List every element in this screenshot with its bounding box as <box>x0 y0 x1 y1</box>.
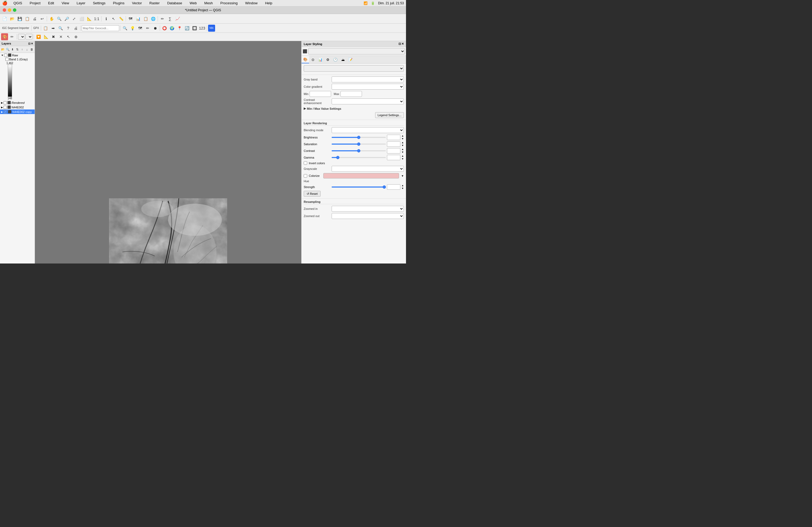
sort-btn[interactable]: ⇅ <box>15 47 19 52</box>
minmax-collapsible[interactable]: ▶ Min / Max Value Settings <box>304 106 404 111</box>
menu-edit[interactable]: Edit <box>46 1 56 6</box>
close-layers-icon[interactable]: ✕ <box>31 42 33 45</box>
menu-project[interactable]: Project <box>28 1 42 6</box>
layer-n44e002-copy[interactable]: ▶ ✓ ⬛ N44E002 copy <box>0 109 35 114</box>
gray-band-select[interactable]: Band 1 <box>332 76 404 82</box>
menu-raster[interactable]: Raster <box>148 1 161 6</box>
rendered-checkbox[interactable] <box>3 101 7 104</box>
contrast-stepper[interactable]: ▲▼ <box>402 148 404 153</box>
layer-selector[interactable]: N44E002 copy <box>308 48 405 55</box>
zoomed-in-select[interactable]: Nearest Neighbour <box>332 206 404 212</box>
legend-settings-btn[interactable]: Legend Settings... <box>375 112 404 118</box>
strength-stepper[interactable]: ▲▼ <box>402 184 404 190</box>
point-tool-btn[interactable]: ⭕ <box>161 25 168 32</box>
saturation-slider[interactable] <box>332 144 386 145</box>
contrast-select[interactable]: Stretch to MinMax <box>332 99 404 104</box>
layer-n44e002[interactable]: ▶ ⬛ N44E002 <box>0 105 35 109</box>
rotate-btn[interactable]: 🔄 <box>184 25 191 32</box>
strength-input[interactable]: 100% <box>387 184 400 190</box>
new-project-btn[interactable]: 📄 <box>1 15 8 22</box>
font-size-select[interactable]: 12 <box>18 34 25 40</box>
grayscale-select[interactable]: Off <box>332 166 404 172</box>
add-raster-btn[interactable]: 🗺 <box>127 15 134 22</box>
measure-btn[interactable]: 📏 <box>118 15 125 22</box>
n44e002copy-checkbox[interactable]: ✓ <box>4 110 7 114</box>
menu-layer[interactable]: Layer <box>75 1 87 6</box>
down-layer-btn[interactable]: ↓ <box>25 47 29 52</box>
globe-btn[interactable]: 🌍 <box>169 25 176 32</box>
locate-btn[interactable]: 🔍 <box>57 25 64 32</box>
n44e002-checkbox[interactable] <box>3 106 7 109</box>
hue-preview[interactable] <box>323 173 399 178</box>
menu-settings[interactable]: Settings <box>91 1 107 6</box>
up-layer-btn[interactable]: ↑ <box>20 47 25 52</box>
attr-table-btn[interactable]: 📋 <box>42 25 49 32</box>
menu-window[interactable]: Window <box>244 1 259 6</box>
font-unit-select[interactable]: px <box>26 34 32 40</box>
styling-close-icon[interactable]: ✕ <box>402 42 404 46</box>
pan-btn[interactable]: ✋ <box>48 15 55 22</box>
hue-dropdown-icon[interactable]: ▼ <box>401 175 404 177</box>
node2-btn[interactable]: ⊕ <box>73 33 79 40</box>
nn-btn[interactable]: NN <box>208 25 215 32</box>
saturation-input[interactable]: 0 <box>387 141 400 147</box>
gamma-stepper[interactable]: ▲▼ <box>402 154 404 160</box>
invert-colors-checkbox[interactable] <box>304 161 307 165</box>
reset-button[interactable]: ↺ Reset <box>304 191 321 197</box>
menu-plugins[interactable]: Plugins <box>112 1 126 6</box>
zoom-in-btn[interactable]: 🔍 <box>56 15 62 22</box>
contrast-slider[interactable] <box>332 150 386 151</box>
undo-btn[interactable]: ↩ <box>39 15 46 22</box>
print-layout2-btn[interactable]: 🖨 <box>72 25 79 32</box>
contrast-input[interactable]: 0 <box>387 148 400 153</box>
menu-web[interactable]: Web <box>188 1 199 6</box>
igc-btn[interactable]: IGC Segment Importer <box>1 25 30 32</box>
raw-checkbox[interactable] <box>4 54 7 57</box>
digitize2-btn[interactable]: ✏ <box>9 33 16 40</box>
menu-help[interactable]: Help <box>263 1 274 6</box>
digitize-btn[interactable]: ✏ <box>159 15 166 22</box>
strength-slider[interactable] <box>332 186 386 187</box>
brightness-slider[interactable] <box>332 137 386 138</box>
save-as-btn[interactable]: 📋 <box>24 15 31 22</box>
band1-checkbox[interactable] <box>5 58 9 61</box>
layer-style-btn[interactable]: 🎨 <box>1 33 8 40</box>
add-csv-btn[interactable]: 📋 <box>142 15 149 22</box>
num-label-btn[interactable]: 123 <box>199 25 206 32</box>
gamma-input[interactable]: 1.00 <box>387 155 400 160</box>
colorize-checkbox[interactable] <box>304 174 307 178</box>
qgis-search-btn[interactable]: 🔍 <box>122 25 129 32</box>
collapse-icon[interactable]: ⊡ <box>28 42 30 45</box>
zoomed-out-select[interactable]: Nearest Neighbour <box>332 213 404 219</box>
zoom-full-btn[interactable]: ⤢ <box>71 15 77 22</box>
add-vector-btn[interactable]: 📊 <box>134 15 142 22</box>
tab-elevation[interactable]: ⛰ <box>339 56 347 63</box>
stats-btn[interactable]: 📈 <box>174 15 181 22</box>
apple-menu[interactable]: 🍎 <box>2 1 8 6</box>
node-btn[interactable]: 🔲 <box>191 25 198 32</box>
help-btn[interactable]: ? <box>65 25 72 32</box>
arrow-btn[interactable]: ➡ <box>50 25 57 32</box>
brightness-stepper-up[interactable]: ▲▼ <box>402 134 404 140</box>
blending-select[interactable]: Normal <box>332 127 404 133</box>
record-btn[interactable]: ⏺ <box>152 25 159 32</box>
filter2-btn[interactable]: ⬇ <box>10 47 15 52</box>
save-project-btn[interactable]: 💾 <box>16 15 23 22</box>
zoom-select-btn[interactable]: ⬜ <box>78 15 85 22</box>
renderer-select[interactable]: Singleband gray <box>304 65 404 72</box>
menu-mesh[interactable]: Mesh <box>203 1 215 6</box>
coord-btn[interactable]: 📍 <box>176 25 183 32</box>
tab-histogram[interactable]: 📊 <box>317 56 324 63</box>
gamma-slider[interactable] <box>332 157 386 158</box>
layer-group-raw[interactable]: ▼ ⬛ Raw <box>0 53 35 57</box>
zoom-layer-btn[interactable]: 📐 <box>86 15 93 22</box>
geocoder-input[interactable] <box>82 25 119 31</box>
menu-view[interactable]: View <box>60 1 71 6</box>
close-button[interactable] <box>3 8 6 12</box>
layer-band1[interactable]: Band 1 (Gray) <box>5 57 35 61</box>
min-input[interactable]: 148 <box>309 91 331 97</box>
tab-transparency[interactable]: ⊙ <box>309 56 317 63</box>
minimize-button[interactable] <box>8 8 11 12</box>
menu-qgis[interactable]: QGIS <box>12 1 24 6</box>
menu-vector[interactable]: Vector <box>130 1 144 6</box>
